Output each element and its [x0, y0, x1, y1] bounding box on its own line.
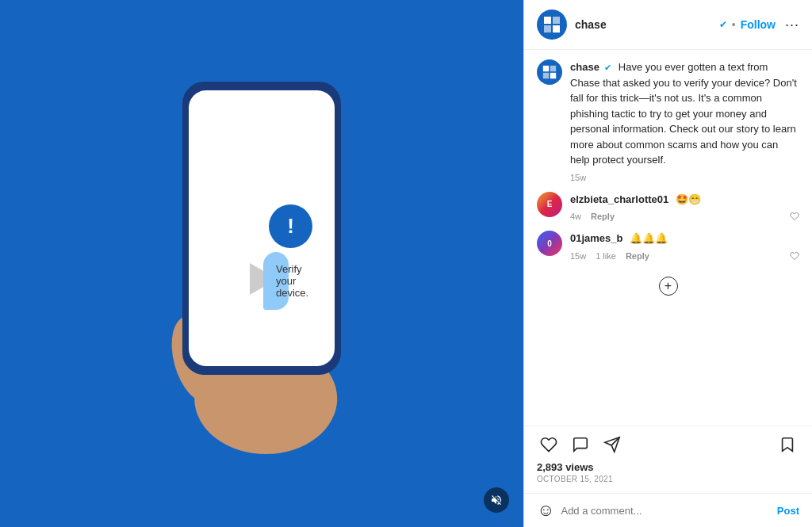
comment-button[interactable] [569, 433, 592, 456]
chase-caption-logo-icon [542, 65, 557, 79]
save-button[interactable] [776, 433, 799, 456]
post-comment-button[interactable]: Post [777, 505, 799, 517]
comment-2: 0 01james_b 🔔🔔🔔 15w 1 like Reply [537, 231, 799, 261]
load-more-comments[interactable]: + [537, 270, 799, 302]
comment-2-username[interactable]: 01james_b [570, 232, 623, 244]
views-count: 2,893 views [537, 461, 799, 473]
comment-1-reply-button[interactable]: Reply [591, 212, 615, 221]
dot-separator: • [732, 18, 736, 31]
phone-body: Verify your device. ! [182, 82, 341, 375]
comment-2-likes: 1 like [596, 251, 616, 261]
comment-2-text: 🔔🔔🔔 [630, 232, 668, 244]
heart-icon [540, 436, 557, 453]
caption-time: 15w [570, 173, 586, 182]
emoji-button[interactable]: ☺ [537, 500, 554, 521]
caption-content: chase ✔ Have you ever gotten a text from… [570, 59, 799, 182]
svg-rect-15 [543, 66, 549, 71]
svg-rect-13 [544, 25, 551, 32]
exclamation-icon: ! [269, 204, 312, 248]
post-date: OCTOBER 15, 2021 [537, 475, 799, 483]
comment-2-content: 01james_b 🔔🔔🔔 15w 1 like Reply [570, 231, 799, 261]
like-button[interactable] [537, 433, 561, 456]
header-username[interactable]: chase [575, 18, 718, 31]
share-icon [603, 436, 621, 453]
svg-rect-14 [553, 25, 560, 32]
comment-1-text: 🤩😁 [676, 193, 701, 205]
caption-meta: 15w [570, 173, 799, 182]
post-header: chase ✔ • Follow ··· [524, 0, 812, 50]
comment-icon [572, 436, 589, 453]
right-panel: chase ✔ • Follow ··· chase [523, 0, 812, 527]
svg-rect-11 [544, 17, 551, 24]
svg-rect-17 [543, 73, 549, 78]
action-icons [537, 433, 799, 456]
comment-1-heart-icon [790, 212, 799, 221]
comment-input-area: ☺ Post [524, 493, 812, 527]
comment-1-content: elzbieta_charlotte01 🤩😁 4w Reply [570, 192, 799, 222]
comment-1-meta: 4w Reply [570, 212, 799, 221]
caption-username[interactable]: chase [570, 61, 599, 73]
comment-1-like-button[interactable] [790, 212, 799, 221]
avatar[interactable] [537, 10, 567, 40]
more-options-button[interactable]: ··· [785, 17, 799, 32]
comment-1-username[interactable]: elzbieta_charlotte01 [570, 193, 668, 205]
svg-rect-16 [550, 66, 556, 71]
comment-1: E elzbieta_charlotte01 🤩😁 4w Reply [537, 192, 799, 222]
media-panel: Verify your device. ! [0, 0, 523, 527]
comment-1-avatar[interactable]: E [537, 192, 562, 217]
comment-2-meta: 15w 1 like Reply [570, 251, 799, 261]
share-button[interactable] [600, 433, 624, 456]
svg-rect-12 [553, 17, 560, 24]
chase-logo-icon [543, 16, 561, 33]
volume-icon [490, 494, 503, 506]
comment-2-time: 15w [570, 251, 586, 261]
action-bar: 2,893 views OCTOBER 15, 2021 [524, 426, 812, 493]
phone-screen: Verify your device. ! [189, 90, 335, 366]
comment-2-reply-button[interactable]: Reply [626, 251, 649, 261]
comment-input[interactable] [561, 505, 776, 517]
bookmark-icon [779, 436, 796, 453]
caption-avatar[interactable] [537, 59, 562, 85]
svg-rect-18 [550, 73, 556, 78]
comments-area: chase ✔ Have you ever gotten a text from… [524, 50, 812, 426]
comment-1-time: 4w [570, 212, 581, 221]
message-bubble: Verify your device. ! [263, 252, 289, 310]
follow-button[interactable]: Follow [741, 18, 776, 31]
load-more-circle[interactable]: + [659, 277, 678, 296]
caption-verified-badge: ✔ [604, 63, 611, 72]
comment-2-heart-icon [790, 251, 799, 261]
volume-control[interactable] [484, 487, 509, 513]
comment-2-like-button[interactable] [790, 251, 799, 261]
verified-badge: ✔ [719, 19, 727, 30]
comment-2-avatar[interactable]: 0 [537, 231, 562, 256]
phone-illustration: Verify your device. ! [127, 66, 396, 462]
phone-text: Verify your device. [276, 263, 308, 299]
caption-text: Have you ever gotten a text from Chase t… [570, 61, 797, 166]
caption-block: chase ✔ Have you ever gotten a text from… [537, 59, 799, 182]
